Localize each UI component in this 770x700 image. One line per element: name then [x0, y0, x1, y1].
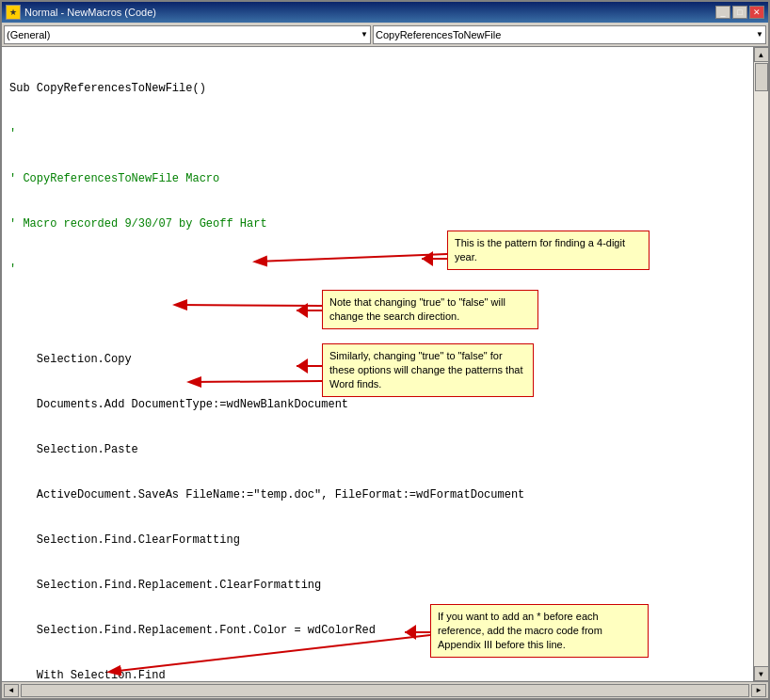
window-controls: _ □ ✕ — [715, 6, 764, 19]
horizontal-scrollbar[interactable] — [21, 684, 749, 697]
callout-1: This is the pattern for finding a 4-digi… — [447, 231, 650, 270]
code-line: Selection.Find.ClearFormatting — [9, 533, 746, 548]
callout-2-text: Note that changing "true" to "false" wil… — [329, 296, 505, 322]
code-line: Selection.Find.Replacement.ClearFormatti… — [9, 578, 746, 593]
scroll-thumb[interactable] — [755, 63, 768, 91]
callout-3-text: Similarly, changing "true" to "false" fo… — [329, 350, 522, 390]
editor-area: Sub CopyReferencesToNewFile() ' ' CopyRe… — [2, 47, 768, 681]
general-dropdown-label: (General) — [7, 29, 50, 40]
scroll-track[interactable] — [754, 62, 768, 666]
code-line: Selection.Paste — [9, 442, 746, 457]
scroll-right-button[interactable]: ► — [751, 684, 766, 697]
vertical-scrollbar[interactable]: ▲ ▼ — [753, 47, 768, 681]
callout-3: Similarly, changing "true" to "false" fo… — [322, 343, 534, 397]
minimize-button[interactable]: _ — [715, 6, 730, 19]
scroll-left-button[interactable]: ◄ — [4, 684, 19, 697]
general-dropdown-arrow: ▼ — [361, 30, 368, 39]
code-line: Sub CopyReferencesToNewFile() — [9, 81, 746, 96]
callout-2: Note that changing "true" to "false" wil… — [322, 290, 538, 329]
function-dropdown[interactable]: CopyReferencesToNewFile ▼ — [373, 25, 766, 44]
scroll-down-button[interactable]: ▼ — [754, 666, 769, 681]
code-line: ' Macro recorded 9/30/07 by Geoff Hart — [9, 216, 746, 231]
scroll-up-button[interactable]: ▲ — [754, 47, 769, 62]
code-line: ActiveDocument.SaveAs FileName:="temp.do… — [9, 487, 746, 502]
code-line: With Selection.Find — [9, 668, 746, 681]
toolbar: (General) ▼ CopyReferencesToNewFile ▼ — [2, 23, 768, 47]
window-title: Normal - NewMacros (Code) — [24, 7, 715, 18]
code-line: ' CopyReferencesToNewFile Macro — [9, 171, 746, 186]
code-line: ' — [9, 126, 746, 141]
code-line: Documents.Add DocumentType:=wdNewBlankDo… — [9, 397, 746, 412]
function-dropdown-label: CopyReferencesToNewFile — [376, 29, 501, 40]
general-dropdown[interactable]: (General) ▼ — [4, 25, 371, 44]
close-button[interactable]: ✕ — [749, 6, 764, 19]
callout-1-text: This is the pattern for finding a 4-digi… — [455, 237, 625, 262]
bottom-bar: ◄ ► — [2, 681, 768, 698]
app-icon: ★ — [6, 5, 21, 20]
main-window: ★ Normal - NewMacros (Code) _ □ ✕ (Gener… — [0, 0, 770, 700]
function-dropdown-arrow: ▼ — [756, 30, 763, 39]
title-bar: ★ Normal - NewMacros (Code) _ □ ✕ — [2, 2, 768, 23]
maximize-button[interactable]: □ — [732, 6, 747, 19]
callout-4: If you want to add an * before each refe… — [430, 604, 649, 658]
callout-4-text: If you want to add an * before each refe… — [438, 611, 602, 650]
